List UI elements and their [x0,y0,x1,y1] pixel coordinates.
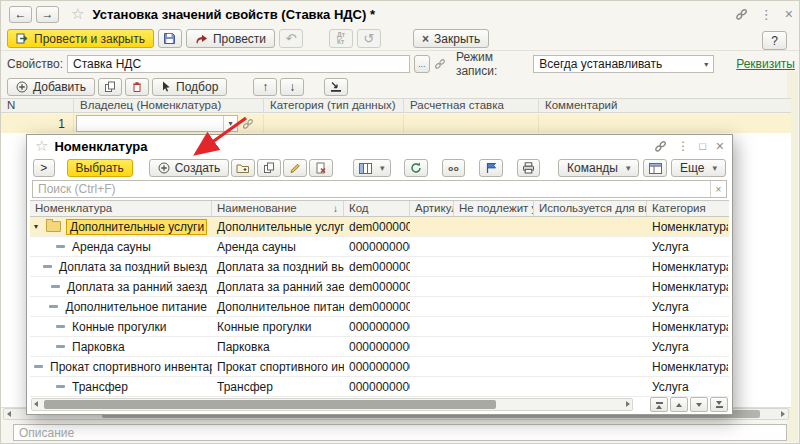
article-cell[interactable] [410,257,454,276]
list-view-button[interactable]: ▾ [353,159,391,177]
edit-button[interactable] [283,159,307,177]
undo-post-button[interactable]: ↶ [279,29,303,48]
article-cell[interactable] [410,337,454,356]
category-cell[interactable]: Номенклатура... [647,277,728,296]
category-cell[interactable]: Номенклатура [647,357,728,376]
owner-dropdown-icon[interactable]: ▾ [223,116,237,131]
category-cell[interactable]: Номенклатура [647,257,728,276]
forward-button[interactable]: → [36,6,59,23]
select-button[interactable]: Выбрать [67,159,133,177]
showcase-cell[interactable] [534,297,647,316]
copy-button[interactable] [257,159,281,177]
dialog-horizontal-scrollbar[interactable] [31,398,633,411]
showcase-cell[interactable] [534,377,647,396]
find-references-button[interactable]: oo [442,159,466,177]
list-item[interactable]: Доплата за ранний заездДоплата за ранний… [30,277,729,297]
dialog-maximize-icon[interactable]: □ [699,140,706,152]
list-item[interactable]: ТрансферТрансфер00000000001Услуга [30,377,729,397]
name-cell[interactable]: Дополнительные услуги [212,217,344,236]
excluded-cell[interactable] [454,297,534,316]
nomenclature-cell[interactable]: Парковка [30,337,212,356]
category-cell[interactable]: Номенклатура [647,217,728,236]
copy-row-button[interactable] [98,78,122,96]
excluded-cell[interactable] [454,257,534,276]
dialog-scrollbar-thumb[interactable] [44,400,496,409]
search-clear-icon[interactable]: × [710,181,726,197]
code-cell[interactable]: dem00000014 [344,257,410,276]
post-and-close-button[interactable]: Провести и закрыть [7,29,154,48]
back-button[interactable]: ← [9,6,32,23]
go-first-button[interactable] [650,397,668,412]
name-cell[interactable]: Конные прогулки [212,317,344,336]
scroll-right-icon[interactable] [781,411,785,417]
owner-field[interactable]: ▾ [76,115,238,132]
dialog-column-header-2[interactable]: Наименование↓ [212,201,344,216]
article-cell[interactable] [410,317,454,336]
main-column-header-2[interactable]: Владелец (Номенклатура) [74,99,264,112]
code-cell[interactable]: 00000000002 [344,237,410,256]
sort-order-button[interactable] [324,78,348,96]
nomenclature-cell[interactable]: Доплата за ранний заезд [30,277,212,296]
main-table-row[interactable]: 1 ▾ [1,114,791,134]
list-item[interactable]: Конные прогулкиКонные прогулки0000000000… [30,317,729,337]
get-link-icon[interactable] [735,8,748,21]
excluded-cell[interactable] [454,217,534,236]
list-item[interactable]: ▾Дополнительные услугиДополнительные усл… [30,217,729,237]
list-item[interactable]: ПарковкаПарковка00000000005Услуга [30,337,729,357]
list-item[interactable]: Прокат спортивного инвентаря ...Прокат с… [30,357,729,377]
nomenclature-cell[interactable]: Дополнительное питание [30,297,212,316]
excluded-cell[interactable] [454,277,534,296]
showcase-cell[interactable] [534,217,647,236]
scroll-left-icon[interactable] [7,411,11,417]
nomenclature-cell[interactable]: Прокат спортивного инвентаря ... [30,357,212,376]
category-cell[interactable]: Услуга [647,297,728,316]
nomenclature-cell[interactable]: Доплата за поздний выезд [30,257,212,276]
showcase-cell[interactable] [534,277,647,296]
list-item[interactable]: Доплата за поздний выездДоплата за поздн… [30,257,729,277]
rate-cell[interactable] [404,114,539,133]
nomenclature-cell[interactable]: ▾Дополнительные услуги [30,217,212,236]
code-cell[interactable]: 00000000004 [344,317,410,336]
category-cell[interactable] [264,114,404,133]
mark-deletion-button[interactable] [309,159,333,177]
name-cell[interactable]: Дополнительное питание [212,297,344,316]
dialog-column-header-5[interactable]: Не подлежит учету [454,201,534,216]
refresh-button[interactable] [404,159,428,177]
name-cell[interactable]: Аренда сауны [212,237,344,256]
main-column-header-3[interactable]: Категория (тип данных) [264,99,404,112]
dialog-get-link-icon[interactable] [654,140,667,153]
move-up-button[interactable]: ↑ [253,78,277,96]
excluded-cell[interactable] [454,377,534,396]
close-button[interactable]: × Закрыть [413,29,489,48]
dialog-close-icon[interactable]: × [716,138,724,154]
commands-button[interactable]: Команды ▾ [558,159,639,177]
name-cell[interactable]: Парковка [212,337,344,356]
code-cell[interactable]: dem00000006 [344,217,410,236]
dialog-menu-icon[interactable]: ⋮ [677,139,689,153]
expand-panel-button[interactable]: > [33,159,55,177]
dialog-column-header-3[interactable]: Код [344,201,410,216]
code-cell[interactable]: 00000000005 [344,337,410,356]
tree-expander-icon[interactable]: ▾ [34,222,46,231]
move-down-button[interactable]: ↓ [280,78,304,96]
nomenclature-cell[interactable]: Аренда сауны [30,237,212,256]
main-column-header-5[interactable]: Комментарий [539,99,791,112]
debit-credit-button[interactable]: ДтКт [329,29,353,48]
go-next-button[interactable] [690,397,708,412]
add-row-button[interactable]: Добавить [7,78,95,96]
main-column-header-4[interactable]: Расчетная ставка [404,99,539,112]
code-cell[interactable]: dem00000012 [344,297,410,316]
list-item[interactable]: Аренда сауныАренда сауны00000000002Услуг… [30,237,729,257]
dialog-column-header-1[interactable]: Номенклатура [30,201,212,216]
property-field[interactable]: Ставка НДС [67,55,410,73]
article-cell[interactable] [410,377,454,396]
category-cell[interactable]: Услуга [647,337,728,356]
create-group-button[interactable] [231,159,255,177]
change-form-button[interactable] [643,159,667,177]
owner-cell[interactable]: ▾ [74,114,264,133]
dialog-scroll-right-icon[interactable] [626,401,630,407]
property-link-icon[interactable] [434,58,446,70]
showcase-cell[interactable] [534,237,647,256]
create-button[interactable]: Создать [149,159,230,177]
requisites-link[interactable]: Реквизиты [736,57,795,71]
